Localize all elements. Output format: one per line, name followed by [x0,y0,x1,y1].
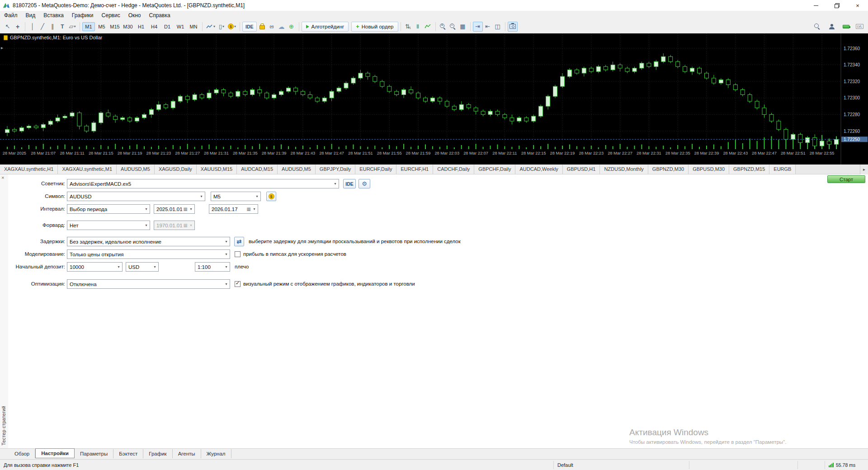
tester-tab-обзор[interactable]: Обзор [9,449,35,458]
crosshair-tool-button[interactable]: + [13,22,23,32]
trendline-tool-button[interactable]: ╱ [38,22,47,32]
leverage-select[interactable]: 1:100 ▾ [195,262,230,272]
chart-tab-16[interactable]: GBPUSD,M30 [689,164,729,174]
chart-tab-7[interactable]: GBPJPY,Daily [316,164,356,174]
search-button[interactable] [812,22,822,32]
expert-settings-button[interactable]: ⚙ [359,179,370,188]
depth-of-market-button[interactable]: ‖ [413,22,423,32]
equidistant-channel-tool-button[interactable]: ∥ [47,22,57,32]
menu-item-4[interactable]: Сервис [98,11,124,20]
chart-tab-5[interactable]: AUDCAD,M15 [237,164,278,174]
chart-tab-15[interactable]: GBPNZD,M30 [648,164,689,174]
cloud-icon[interactable]: ☁ [277,22,287,32]
chart-tab-1[interactable]: XAGXAU.synthetic,M1 [58,164,117,174]
menu-item-5[interactable]: Окно [124,11,145,20]
chart-tab-17[interactable]: GBPNZD,M15 [729,164,769,174]
minimize-button[interactable] [806,0,826,11]
tick-chart-button[interactable] [423,22,433,32]
chart-shift-button[interactable]: ⇤ [483,22,493,32]
profit-pips-checkbox[interactable] [235,251,241,257]
symbol-timeframe-select[interactable]: M5 ▾ [211,192,261,201]
menu-item-2[interactable]: Вставка [39,11,68,20]
tile-windows-button[interactable]: ▦ [458,22,468,32]
timeframe-mn-button[interactable]: MN [187,22,200,31]
chart-tab-4[interactable]: XAUUSD,M15 [197,164,237,174]
auto-scroll-button[interactable]: ⇥ [473,22,483,32]
lock-icon[interactable] [257,22,267,32]
screenshot-button[interactable] [508,22,518,32]
currency-select[interactable]: USD ▾ [126,262,159,272]
expert-ide-button[interactable]: IDE [343,179,356,188]
start-button[interactable]: Старт [827,175,865,183]
menu-item-6[interactable]: Справка [145,11,175,20]
tester-tab-журнал[interactable]: Журнал [201,449,231,458]
ide-button[interactable]: IDE [242,22,257,32]
timeframe-m1-button[interactable]: M1 [82,22,95,31]
menu-item-1[interactable]: Вид [22,11,40,20]
deposit-select[interactable]: 10000 ▾ [67,262,123,272]
tester-tab-график[interactable]: График [143,449,172,458]
date-from-field[interactable]: 2025.01.01 ▦ ▾ [154,204,195,214]
chart-tab-12[interactable]: AUDCAD,Weekly [515,164,562,174]
timeframe-d1-button[interactable]: D1 [161,22,174,31]
signal-icon[interactable]: ((•)) [267,22,277,32]
date-to-field[interactable]: 2026.01.17 ▦ ▾ [209,204,258,214]
zoom-in-button[interactable]: + [438,22,448,32]
chart-tab-10[interactable]: CADCHF,Daily [433,164,474,174]
close-button[interactable]: × [847,0,868,11]
expert-select[interactable]: Advisors\ExpertMACD.ex5 ▾ [67,179,339,188]
cursor-tool-button[interactable]: ↖ [3,22,13,32]
chart-tab-14[interactable]: NZDUSD,Monthly [600,164,648,174]
status-profile[interactable]: Default [553,461,689,469]
timeframe-m15-button[interactable]: M15 [108,22,121,31]
community-icon[interactable]: ⊕ [287,22,297,32]
chart-tab-9[interactable]: EURCHF,H1 [396,164,433,174]
forward-select[interactable]: Нет ▾ [67,221,150,230]
indicators-button[interactable]: ▾ [205,22,217,32]
chart-objects-button[interactable]: ▯ ▾ [217,22,226,32]
one-click-trading-toggle[interactable]: ▸ [1,45,3,50]
connection-quality-button[interactable] [841,22,851,32]
timeframe-h1-button[interactable]: H1 [135,22,147,31]
chart-tab-2[interactable]: AUDUSD,M5 [117,164,155,174]
new-order-button[interactable]: + Новый ордер [351,22,398,32]
vertical-line-tool-button[interactable]: │ [28,22,38,32]
chart-tab-18[interactable]: EURGB [769,164,796,174]
tester-close-button[interactable]: × [1,175,4,180]
symbol-properties-button[interactable]: $ [266,192,276,201]
menu-item-0[interactable]: Файл [0,11,22,20]
candlestick-chart[interactable]: 1.723601.723401.723201.723001.722801.722… [0,33,868,164]
modeling-select[interactable]: Только цены открытия ▾ [67,249,230,259]
algo-trading-button[interactable]: Алготрейдинг [302,22,349,32]
optimization-select[interactable]: Отключена ▾ [67,279,230,289]
restore-button[interactable] [826,0,847,11]
tester-tab-настройки[interactable]: Настройки [35,448,75,458]
sort-symbols-button[interactable]: ⇅1 [403,22,413,32]
symbols-button[interactable]: $ ▾ [226,22,237,32]
tester-tab-агенты[interactable]: Агенты [173,449,201,458]
timeframe-m5-button[interactable]: M5 [95,22,108,31]
chart-tab-8[interactable]: EURCHF,Daily [355,164,396,174]
indicator-windows-button[interactable]: ◫ [493,22,503,32]
zoom-out-button[interactable]: − [448,22,458,32]
delays-select[interactable]: Без задержек, идеальное исполнение ▾ [67,237,230,246]
menu-item-3[interactable]: Графики [68,11,98,20]
chart-area[interactable]: 1.723601.723401.723201.723001.722801.722… [0,33,868,164]
timeframe-h4-button[interactable]: H4 [148,22,160,31]
timeframe-w1-button[interactable]: W1 [174,22,187,31]
chart-tab-11[interactable]: GBPCHF,Daily [474,164,515,174]
timeframe-m30-button[interactable]: M30 [122,22,134,31]
chart-tabs-scroll-right-button[interactable]: ► [860,164,868,174]
delays-settings-button[interactable]: ⇄ [234,237,244,246]
chart-tab-6[interactable]: AUDUSD,M5 [278,164,316,174]
shapes-tool-button[interactable]: ▱ ▾ [67,22,77,32]
connection-status[interactable]: 55.78 ms [825,461,868,469]
chart-tab-13[interactable]: GBPUSD,H1 [563,164,600,174]
interval-select[interactable]: Выбор периода ▾ [67,204,150,214]
chart-tab-0[interactable]: XAGXAU.synthetic,H1 [0,164,58,174]
tester-tab-бэктест[interactable]: Бэктест [113,449,143,458]
levels-button[interactable]: LVL [856,24,863,29]
text-tool-button[interactable]: T [57,22,67,32]
user-profile-button[interactable] [827,22,837,32]
visual-mode-checkbox[interactable] [235,281,241,287]
